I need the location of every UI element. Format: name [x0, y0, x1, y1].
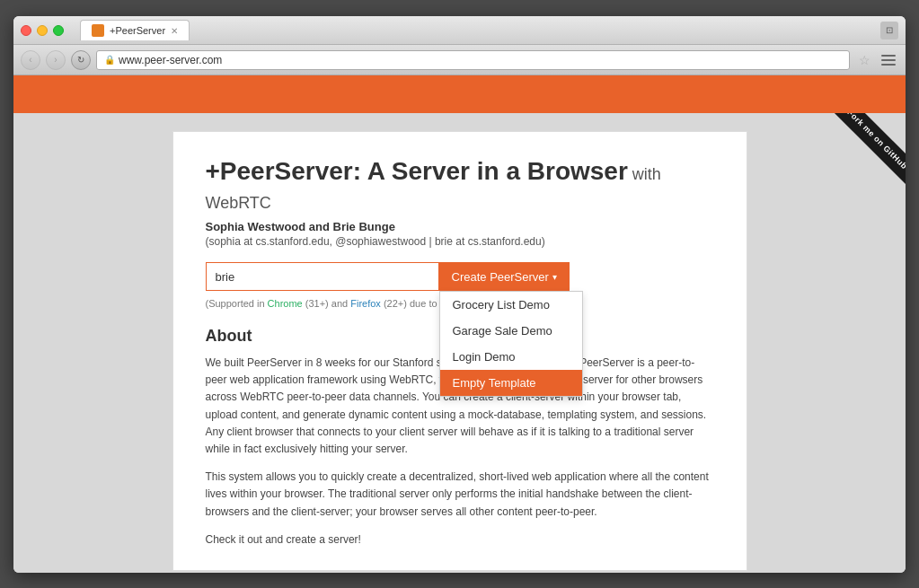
refresh-button[interactable]: ↻	[71, 50, 91, 70]
back-button[interactable]: ‹	[21, 50, 40, 70]
tab-close-icon[interactable]: ✕	[171, 26, 178, 36]
nav-bar: ‹ › ↻ 🔒 www.peer-server.com ☆	[13, 45, 906, 75]
title-bar-icons: ⊡	[880, 22, 898, 39]
about-paragraph-3: Check it out and create a server!	[206, 531, 714, 549]
dropdown-item-grocery[interactable]: Grocery List Demo	[440, 292, 582, 318]
create-peerserver-button[interactable]: Create PeerServer ▾	[439, 262, 570, 291]
github-ribbon-label: Fork me on GitHub	[831, 113, 906, 186]
url-text: www.peer-server.com	[119, 54, 222, 66]
about-paragraph-2: This system allows you to quickly create…	[206, 469, 714, 521]
peer-server-input[interactable]	[206, 262, 439, 291]
authors-title: Sophia Westwood and Brie Bunge	[206, 220, 714, 233]
dropdown-item-empty[interactable]: Empty Template	[440, 370, 582, 396]
input-row: Create PeerServer ▾ Grocery List Demo Ga…	[206, 262, 714, 291]
window-icon-1[interactable]: ⊡	[880, 22, 898, 39]
main-card: +PeerServer: A Server in a Browser with …	[172, 131, 747, 571]
browser-window: +PeerServer ✕ ⊡ ‹ › ↻ 🔒 www.peer-server.…	[13, 16, 906, 573]
browser-menu-icon[interactable]	[879, 50, 898, 70]
page-wrapper: Fork me on GitHub +PeerServer: A Server …	[13, 75, 906, 573]
tab-favicon	[92, 24, 104, 37]
close-button[interactable]	[21, 25, 31, 36]
page-content: Fork me on GitHub +PeerServer: A Server …	[13, 113, 906, 573]
maximize-button[interactable]	[53, 25, 64, 36]
page-title: +PeerServer: A Server in a Browser with …	[206, 157, 714, 215]
url-bar[interactable]: 🔒 www.peer-server.com	[96, 50, 850, 70]
traffic-lights	[21, 25, 64, 36]
chrome-link[interactable]: Chrome	[268, 298, 303, 309]
tab-bar: +PeerServer ✕	[80, 20, 873, 40]
bookmark-icon[interactable]: ☆	[855, 50, 873, 70]
authors-detail: (sophia at cs.stanford.edu, @sophiawestw…	[206, 235, 714, 248]
create-button-wrapper: Create PeerServer ▾ Grocery List Demo Ga…	[439, 262, 570, 291]
orange-header-bar	[13, 75, 906, 113]
dropdown-caret-icon: ▾	[552, 272, 557, 282]
url-lock-icon: 🔒	[104, 55, 115, 65]
dropdown-item-garage[interactable]: Garage Sale Demo	[440, 318, 582, 344]
browser-tab[interactable]: +PeerServer ✕	[80, 20, 190, 40]
title-bar: +PeerServer ✕ ⊡	[13, 16, 906, 45]
minimize-button[interactable]	[37, 25, 48, 36]
tab-title: +PeerServer	[110, 25, 165, 36]
firefox-link[interactable]: Firefox	[350, 298, 381, 309]
dropdown-item-login[interactable]: Login Demo	[440, 344, 582, 370]
github-ribbon[interactable]: Fork me on GitHub	[816, 113, 906, 203]
forward-button[interactable]: ›	[46, 50, 66, 70]
dropdown-menu: Grocery List Demo Garage Sale Demo Login…	[439, 291, 583, 397]
